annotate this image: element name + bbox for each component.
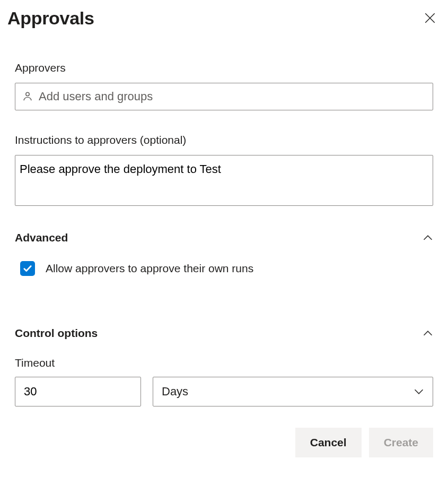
approvers-input[interactable] — [39, 83, 426, 110]
instructions-label: Instructions to approvers (optional) — [15, 134, 433, 146]
create-button[interactable]: Create — [369, 428, 433, 457]
allow-own-runs-checkbox[interactable] — [20, 261, 35, 276]
check-icon — [23, 264, 32, 273]
chevron-down-icon — [414, 386, 424, 397]
panel-title: Approvals — [7, 8, 94, 29]
advanced-section-toggle[interactable]: Advanced — [15, 231, 433, 244]
person-icon — [22, 91, 33, 102]
control-options-section-title: Control options — [15, 327, 98, 340]
advanced-section-title: Advanced — [15, 231, 68, 244]
instructions-textarea[interactable] — [15, 155, 433, 206]
approvers-input-wrapper[interactable] — [15, 83, 433, 110]
cancel-button[interactable]: Cancel — [295, 428, 362, 457]
chevron-up-icon — [423, 328, 433, 339]
timeout-unit-select[interactable]: Days — [153, 377, 433, 406]
timeout-value-input[interactable] — [15, 377, 141, 406]
timeout-label: Timeout — [15, 357, 433, 369]
approvers-label: Approvers — [15, 62, 433, 74]
close-icon — [425, 13, 435, 23]
close-button[interactable] — [419, 7, 441, 29]
svg-point-0 — [26, 92, 29, 96]
control-options-section-toggle[interactable]: Control options — [15, 327, 433, 340]
timeout-unit-value: Days — [162, 385, 188, 399]
chevron-up-icon — [423, 232, 433, 243]
allow-own-runs-label: Allow approvers to approve their own run… — [46, 262, 253, 275]
